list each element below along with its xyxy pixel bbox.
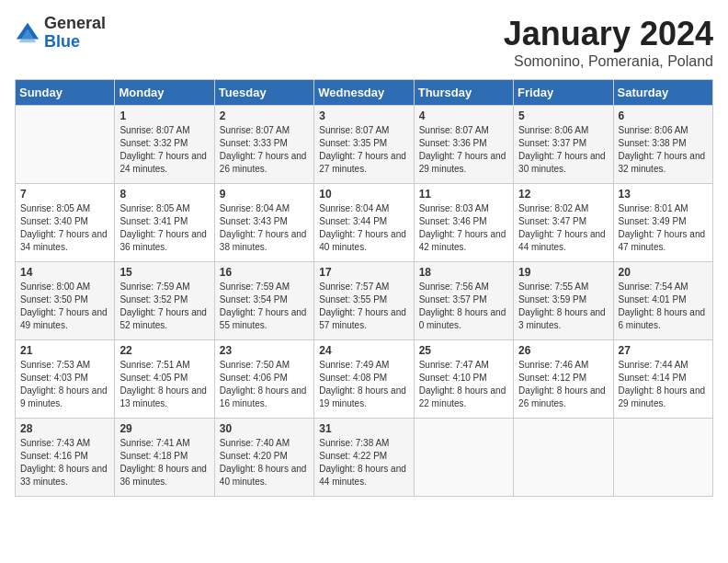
cell-info: Sunrise: 8:02 AM Sunset: 3:47 PM Dayligh… (518, 202, 608, 254)
cell-info: Sunrise: 7:59 AM Sunset: 3:54 PM Dayligh… (220, 281, 309, 332)
header-monday: Monday (115, 80, 214, 106)
logo-blue-text: Blue (44, 33, 106, 52)
logo-general-text: General (44, 15, 106, 33)
day-number: 19 (518, 266, 608, 279)
calendar-cell: 2 Sunrise: 8:07 AM Sunset: 3:33 PM Dayli… (214, 106, 313, 184)
day-number: 30 (220, 422, 309, 435)
day-number: 21 (20, 344, 109, 357)
calendar-cell: 4 Sunrise: 8:07 AM Sunset: 3:36 PM Dayli… (414, 106, 513, 184)
day-number: 16 (220, 266, 309, 279)
calendar-cell: 28 Sunrise: 7:43 AM Sunset: 4:16 PM Dayl… (16, 419, 115, 497)
day-number: 28 (20, 422, 109, 435)
cell-info: Sunrise: 8:05 AM Sunset: 3:41 PM Dayligh… (119, 202, 209, 254)
day-number: 6 (619, 109, 708, 122)
calendar-cell: 20 Sunrise: 7:54 AM Sunset: 4:01 PM Dayl… (613, 262, 712, 340)
day-number: 4 (419, 109, 508, 122)
cell-info: Sunrise: 8:06 AM Sunset: 3:38 PM Dayligh… (619, 124, 708, 176)
cell-info: Sunrise: 7:56 AM Sunset: 3:57 PM Dayligh… (419, 281, 508, 332)
calendar-cell: 7 Sunrise: 8:05 AM Sunset: 3:40 PM Dayli… (16, 184, 115, 262)
calendar-title: January 2024 (504, 15, 713, 53)
day-number: 15 (119, 266, 209, 279)
cell-info: Sunrise: 7:38 AM Sunset: 4:22 PM Dayligh… (319, 437, 408, 488)
cell-info: Sunrise: 8:07 AM Sunset: 3:32 PM Dayligh… (119, 124, 209, 176)
header-saturday: Saturday (613, 80, 712, 106)
calendar-week-1: 1 Sunrise: 8:07 AM Sunset: 3:32 PM Dayli… (16, 106, 713, 184)
day-number: 26 (518, 344, 608, 357)
cell-info: Sunrise: 8:05 AM Sunset: 3:40 PM Dayligh… (20, 202, 109, 254)
calendar-cell: 25 Sunrise: 7:47 AM Sunset: 4:10 PM Dayl… (414, 340, 513, 419)
day-number: 10 (319, 188, 408, 201)
calendar-subtitle: Somonino, Pomerania, Poland (504, 53, 713, 70)
calendar-cell: 5 Sunrise: 8:06 AM Sunset: 3:37 PM Dayli… (514, 106, 613, 184)
cell-info: Sunrise: 7:50 AM Sunset: 4:06 PM Dayligh… (220, 359, 309, 410)
calendar-table: Sunday Monday Tuesday Wednesday Thursday… (15, 79, 713, 497)
day-number: 12 (518, 188, 608, 201)
day-number: 9 (220, 188, 309, 201)
day-number: 31 (319, 422, 408, 435)
cell-info: Sunrise: 7:53 AM Sunset: 4:03 PM Dayligh… (20, 359, 109, 410)
day-number: 29 (119, 422, 209, 435)
day-number: 3 (319, 109, 408, 122)
calendar-cell: 30 Sunrise: 7:40 AM Sunset: 4:20 PM Dayl… (214, 419, 313, 497)
cell-info: Sunrise: 8:07 AM Sunset: 3:35 PM Dayligh… (319, 124, 408, 176)
day-number: 1 (119, 109, 209, 122)
day-number: 22 (119, 344, 209, 357)
cell-info: Sunrise: 8:07 AM Sunset: 3:36 PM Dayligh… (419, 124, 508, 176)
cell-info: Sunrise: 7:43 AM Sunset: 4:16 PM Dayligh… (20, 437, 109, 488)
day-number: 20 (619, 266, 708, 279)
calendar-header-row: Sunday Monday Tuesday Wednesday Thursday… (16, 80, 713, 106)
header-friday: Friday (514, 80, 613, 106)
header: General Blue January 2024 Somonino, Pome… (15, 15, 713, 70)
calendar-cell: 18 Sunrise: 7:56 AM Sunset: 3:57 PM Dayl… (414, 262, 513, 340)
day-number: 8 (119, 188, 209, 201)
cell-info: Sunrise: 8:00 AM Sunset: 3:50 PM Dayligh… (20, 281, 109, 332)
day-number: 18 (419, 266, 508, 279)
calendar-cell: 22 Sunrise: 7:51 AM Sunset: 4:05 PM Dayl… (115, 340, 214, 419)
cell-info: Sunrise: 7:59 AM Sunset: 3:52 PM Dayligh… (119, 281, 209, 332)
cell-info: Sunrise: 7:55 AM Sunset: 3:59 PM Dayligh… (518, 281, 608, 332)
calendar-cell: 29 Sunrise: 7:41 AM Sunset: 4:18 PM Dayl… (115, 419, 214, 497)
day-number: 13 (619, 188, 708, 201)
calendar-week-5: 28 Sunrise: 7:43 AM Sunset: 4:16 PM Dayl… (16, 419, 713, 497)
calendar-cell: 24 Sunrise: 7:49 AM Sunset: 4:08 PM Dayl… (314, 340, 414, 419)
cell-info: Sunrise: 8:07 AM Sunset: 3:33 PM Dayligh… (220, 124, 309, 176)
calendar-cell: 31 Sunrise: 7:38 AM Sunset: 4:22 PM Dayl… (314, 419, 414, 497)
calendar-cell (514, 419, 613, 497)
calendar-cell (613, 419, 712, 497)
cell-info: Sunrise: 7:46 AM Sunset: 4:12 PM Dayligh… (518, 359, 608, 410)
day-number: 23 (220, 344, 309, 357)
calendar-cell: 1 Sunrise: 8:07 AM Sunset: 3:32 PM Dayli… (115, 106, 214, 184)
cell-info: Sunrise: 8:01 AM Sunset: 3:49 PM Dayligh… (619, 202, 708, 254)
header-thursday: Thursday (414, 80, 513, 106)
calendar-cell: 12 Sunrise: 8:02 AM Sunset: 3:47 PM Dayl… (514, 184, 613, 262)
cell-info: Sunrise: 7:51 AM Sunset: 4:05 PM Dayligh… (119, 359, 209, 410)
logo: General Blue (15, 15, 106, 52)
header-tuesday: Tuesday (214, 80, 313, 106)
calendar-cell: 14 Sunrise: 8:00 AM Sunset: 3:50 PM Dayl… (16, 262, 115, 340)
calendar-cell: 13 Sunrise: 8:01 AM Sunset: 3:49 PM Dayl… (613, 184, 712, 262)
header-sunday: Sunday (16, 80, 115, 106)
day-number: 17 (319, 266, 408, 279)
day-number: 7 (20, 188, 109, 201)
calendar-cell (16, 106, 115, 184)
calendar-cell: 3 Sunrise: 8:07 AM Sunset: 3:35 PM Dayli… (314, 106, 414, 184)
title-section: January 2024 Somonino, Pomerania, Poland (504, 15, 713, 70)
cell-info: Sunrise: 7:49 AM Sunset: 4:08 PM Dayligh… (319, 359, 408, 410)
calendar-cell: 21 Sunrise: 7:53 AM Sunset: 4:03 PM Dayl… (16, 340, 115, 419)
calendar-week-2: 7 Sunrise: 8:05 AM Sunset: 3:40 PM Dayli… (16, 184, 713, 262)
calendar-cell: 9 Sunrise: 8:04 AM Sunset: 3:43 PM Dayli… (214, 184, 313, 262)
calendar-cell: 19 Sunrise: 7:55 AM Sunset: 3:59 PM Dayl… (514, 262, 613, 340)
cell-info: Sunrise: 7:57 AM Sunset: 3:55 PM Dayligh… (319, 281, 408, 332)
cell-info: Sunrise: 7:40 AM Sunset: 4:20 PM Dayligh… (220, 437, 309, 488)
cell-info: Sunrise: 7:41 AM Sunset: 4:18 PM Dayligh… (119, 437, 209, 488)
logo-icon (15, 20, 40, 46)
calendar-cell: 11 Sunrise: 8:03 AM Sunset: 3:46 PM Dayl… (414, 184, 513, 262)
calendar-week-4: 21 Sunrise: 7:53 AM Sunset: 4:03 PM Dayl… (16, 340, 713, 419)
cell-info: Sunrise: 7:47 AM Sunset: 4:10 PM Dayligh… (419, 359, 508, 410)
cell-info: Sunrise: 8:06 AM Sunset: 3:37 PM Dayligh… (518, 124, 608, 176)
cell-info: Sunrise: 8:04 AM Sunset: 3:43 PM Dayligh… (220, 202, 309, 254)
calendar-cell: 8 Sunrise: 8:05 AM Sunset: 3:41 PM Dayli… (115, 184, 214, 262)
cell-info: Sunrise: 8:04 AM Sunset: 3:44 PM Dayligh… (319, 202, 408, 254)
calendar-cell: 6 Sunrise: 8:06 AM Sunset: 3:38 PM Dayli… (613, 106, 712, 184)
calendar-cell: 17 Sunrise: 7:57 AM Sunset: 3:55 PM Dayl… (314, 262, 414, 340)
